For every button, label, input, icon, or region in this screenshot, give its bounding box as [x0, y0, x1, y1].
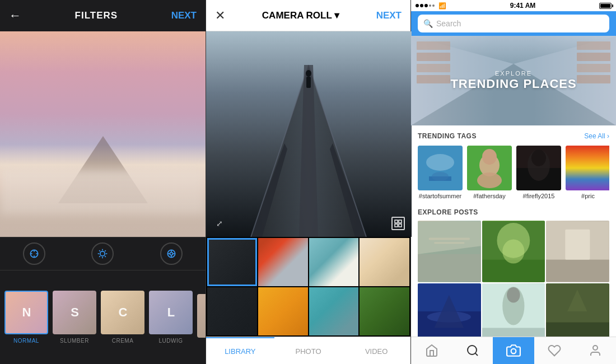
svg-rect-80: [482, 328, 545, 337]
svg-point-53: [477, 172, 502, 188]
tag-thumb-fathersday: [467, 146, 512, 190]
grid-cell-4[interactable]: [360, 238, 409, 286]
filter-more[interactable]: A: [197, 294, 206, 341]
adjust-icon: [29, 248, 40, 259]
filter-ludwig[interactable]: L LUDWIG: [149, 291, 193, 344]
grid-cell-8[interactable]: [360, 287, 409, 335]
grid-cell-3[interactable]: [309, 238, 359, 286]
close-button[interactable]: ✕: [215, 8, 225, 23]
trending-banner[interactable]: EXPLORE TRENDING PLACES: [411, 36, 616, 125]
filter-normal[interactable]: N NORMAL: [4, 291, 48, 344]
svg-point-85: [468, 346, 477, 354]
tag-thumb-startofsummer: [418, 146, 463, 190]
svg-rect-41: [417, 75, 450, 83]
svg-line-12: [105, 250, 106, 251]
tag-label-2: #fathersday: [473, 193, 505, 199]
adjust-button[interactable]: [23, 242, 45, 265]
tag-item-2[interactable]: #fathersday: [467, 146, 512, 199]
svg-point-68: [502, 239, 524, 263]
svg-rect-71: [546, 260, 609, 282]
tab-photo[interactable]: PHOTO: [274, 337, 343, 364]
tag-thumb-pric: [566, 146, 609, 190]
explore-posts-section: EXPLORE POSTS: [411, 204, 616, 337]
grid-cell-2[interactable]: [258, 238, 308, 286]
grid-cell-inner-6: [258, 287, 308, 335]
filters-title: FILTERS: [75, 10, 118, 21]
svg-rect-44: [577, 64, 610, 72]
tag-label-3: #firefly2015: [523, 193, 555, 199]
back-button[interactable]: ←: [9, 8, 21, 23]
post-cell-4[interactable]: [418, 283, 481, 337]
tags-row: #startofsummer #fathersday: [418, 146, 609, 199]
status-time: 9:41 AM: [510, 2, 536, 10]
search-input-wrapper[interactable]: 🔍 Search: [418, 15, 609, 32]
home-icon: [425, 344, 438, 357]
svg-rect-43: [577, 53, 610, 61]
svg-rect-28: [306, 77, 311, 88]
status-bar: 📶 9:41 AM: [411, 0, 616, 11]
post-cell-5[interactable]: [482, 283, 545, 337]
filter-normal-label: NORMAL: [13, 338, 39, 344]
svg-rect-45: [577, 75, 610, 83]
signal-dot-1: [416, 4, 419, 7]
filter-crema-thumb: C: [101, 291, 144, 334]
camera-roll-title-button[interactable]: CAMERA ROLL ▾: [262, 10, 339, 21]
search-bar: 🔍 Search: [411, 11, 616, 36]
svg-rect-64: [434, 242, 464, 244]
grid-view-icon[interactable]: [391, 217, 405, 230]
nav-camera[interactable]: [493, 337, 534, 364]
nav-profile[interactable]: [575, 337, 616, 364]
tag-label-4: #pric: [581, 193, 595, 199]
post-cell-1[interactable]: [418, 221, 481, 282]
tune-icon: [166, 248, 177, 259]
tune-button[interactable]: [160, 242, 183, 265]
camera-roll-next-button[interactable]: NEXT: [376, 10, 402, 21]
nav-home[interactable]: [411, 337, 452, 364]
filter-list: N NORMAL S SLUMBER C CREMA L LUDWIG A: [0, 270, 206, 364]
filter-slumber[interactable]: S SLUMBER: [53, 291, 96, 344]
svg-point-57: [531, 150, 546, 166]
filter-crema[interactable]: C CREMA: [101, 291, 144, 344]
filters-next-button[interactable]: NEXT: [171, 10, 197, 21]
camera-roll-panel: ✕ CAMERA ROLL ▾ NEXT: [206, 0, 411, 364]
grid-cell-5[interactable]: [207, 287, 257, 335]
svg-line-10: [100, 250, 101, 251]
svg-rect-42: [577, 41, 610, 50]
tag-item-1[interactable]: #startofsummer: [418, 146, 463, 199]
brightness-button[interactable]: [91, 242, 114, 265]
grid-cell-1[interactable]: [207, 238, 257, 286]
filter-ludwig-thumb: L: [149, 291, 193, 334]
svg-point-88: [593, 346, 598, 350]
main-photo-preview: ⤢: [206, 31, 412, 237]
fog-layer: [0, 170, 206, 214]
post-cell-2[interactable]: [482, 221, 545, 282]
svg-line-11: [105, 256, 106, 257]
tag-item-3[interactable]: #firefly2015: [516, 146, 561, 199]
grid-cell-inner-7: [309, 287, 359, 335]
post-cell-3[interactable]: [546, 221, 609, 282]
grid-cell-6[interactable]: [258, 287, 308, 335]
expand-icon[interactable]: ⤢: [213, 217, 226, 230]
filter-ludwig-label: LUDWIG: [159, 338, 183, 344]
grid-cell-7[interactable]: [309, 287, 359, 335]
filter-crema-label: CREMA: [112, 338, 134, 344]
banner-explore-label: EXPLORE: [450, 70, 576, 77]
tab-library[interactable]: LIBRARY: [206, 337, 274, 364]
signal-dot-3: [424, 4, 428, 7]
search-nav-icon: [466, 344, 479, 357]
wifi-icon: 📶: [438, 2, 446, 10]
post-cell-6[interactable]: [546, 283, 609, 337]
profile-nav-icon: [589, 344, 602, 357]
nav-heart[interactable]: [534, 337, 575, 364]
battery-fill: [600, 4, 610, 8]
photo-grid: [206, 237, 410, 337]
signal-dot-5: [432, 4, 435, 7]
tag-item-4[interactable]: #pric: [566, 146, 609, 199]
see-all-tags-button[interactable]: See All ›: [584, 132, 609, 140]
camera-bottom-tabs: LIBRARY PHOTO VIDEO: [206, 337, 410, 364]
grid-cell-inner-3: [309, 238, 359, 286]
tab-video[interactable]: VIDEO: [342, 337, 410, 364]
nav-search[interactable]: [452, 337, 493, 364]
search-icon: 🔍: [423, 19, 433, 28]
explore-content: EXPLORE TRENDING PLACES TRENDING TAGS Se…: [411, 36, 616, 337]
